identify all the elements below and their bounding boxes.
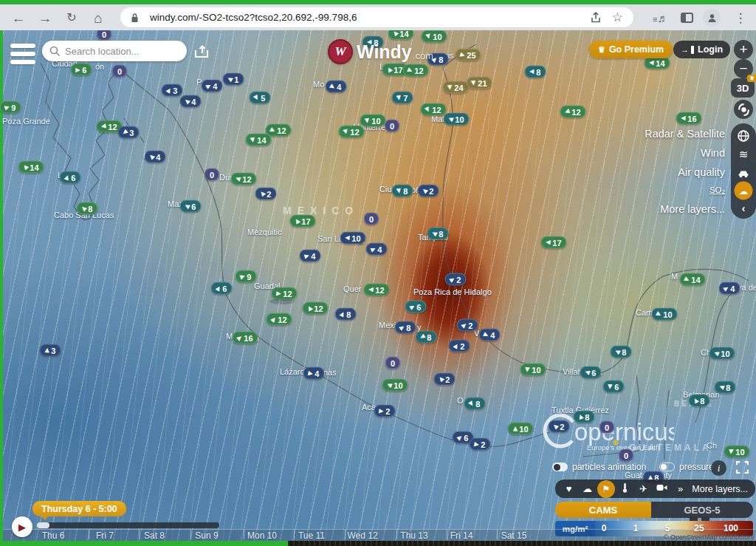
wind-badge[interactable]: ▶10 — [360, 115, 385, 127]
wind-badge[interactable]: ▶8 — [574, 411, 595, 423]
wind-badge[interactable]: 0 — [385, 120, 399, 132]
collapse-layers-chevron-icon[interactable]: ‹ — [742, 202, 746, 214]
wind-badge[interactable]: ▶2 — [374, 405, 396, 417]
wind-badge[interactable]: ▶5 — [250, 92, 271, 104]
timeline-day-label[interactable]: Wed 12 — [347, 530, 377, 541]
wind-badge[interactable]: ▶10 — [651, 308, 677, 321]
airplane-icon[interactable]: ✈ — [634, 483, 653, 494]
timeline-day-row[interactable]: Thu 6Fri 7Sat 8Sun 9Mon 10Tue 11Wed 12Th… — [3, 529, 756, 541]
heart-icon[interactable]: ♥ — [560, 483, 578, 494]
layer-label[interactable]: Wind — [701, 147, 725, 159]
wind-badge[interactable]: ▶21 — [466, 77, 492, 89]
timeline-progress-bar[interactable] — [37, 522, 219, 528]
wind-badge[interactable]: ▶8 — [525, 66, 546, 78]
wind-badge[interactable]: ▶4 — [326, 81, 347, 93]
search-input[interactable] — [65, 46, 176, 57]
timeline-day-label[interactable]: Thu 6 — [42, 530, 65, 541]
wind-badge[interactable]: ▶4 — [366, 243, 388, 256]
weather-icon[interactable]: ☁ — [578, 483, 597, 494]
more-layers-link[interactable]: More layers... — [692, 484, 748, 494]
reload-icon[interactable]: ↻ — [66, 12, 76, 24]
login-button[interactable]: → Login — [673, 41, 730, 58]
wind-badge[interactable]: ▶2 — [449, 340, 470, 352]
wind-badge[interactable]: ▶10 — [724, 446, 749, 458]
wind-badge[interactable]: ▶6 — [71, 64, 92, 76]
wind-badge[interactable]: ▶2 — [470, 438, 491, 451]
timeline-day-label[interactable]: Fri 14 — [450, 530, 473, 541]
wind-badge[interactable]: ▶8 — [392, 185, 413, 197]
wind-badge[interactable]: ▶6 — [180, 200, 202, 213]
wind-badge[interactable]: ▶4 — [180, 95, 202, 108]
hurricane-tracker-button[interactable] — [734, 100, 753, 119]
wind-badge[interactable]: ▶3 — [40, 344, 61, 357]
wind-badge[interactable]: ▶6 — [405, 301, 427, 313]
wind-badge[interactable]: ▶14 — [245, 134, 271, 146]
wind-badge[interactable]: ▶8 — [464, 397, 486, 410]
current-time-badge[interactable]: Thursday 6 - 5:00 — [32, 501, 126, 516]
go-premium-button[interactable]: ♛ Go Premium — [589, 41, 673, 58]
wind-badge[interactable]: ▶10 — [340, 232, 365, 245]
wind-badge[interactable]: ▶14 — [679, 273, 705, 286]
3d-mode-button[interactable]: 3D ♛ — [731, 78, 755, 98]
wind-badge[interactable]: ▶4 — [300, 250, 321, 262]
wind-badge[interactable]: ▶12 — [266, 313, 292, 326]
layer-label[interactable]: More layers... — [660, 203, 725, 215]
wind-badge[interactable]: ▶2 — [434, 373, 456, 386]
wind-badge[interactable]: ▶8 — [611, 346, 632, 358]
wind-badge[interactable]: 0 — [619, 449, 633, 462]
wind-badge[interactable]: ▶12 — [402, 64, 428, 77]
wind-badge[interactable]: 0 — [385, 357, 400, 369]
windsock-flag-icon-active[interactable]: ⚑ — [597, 480, 615, 498]
wind-badge[interactable]: ▶6 — [211, 282, 233, 295]
side-panel-icon[interactable] — [681, 13, 693, 23]
layer-label[interactable]: SO₂ — [709, 185, 725, 194]
wind-badge[interactable]: 0 — [112, 65, 127, 78]
wind-badge[interactable]: ▶4 — [479, 329, 501, 341]
thermometer-icon[interactable] — [616, 482, 634, 495]
wind-badge[interactable]: ▶4 — [145, 151, 166, 163]
model-tab-cams[interactable]: CAMS — [555, 502, 651, 518]
play-button[interactable]: ▶ — [12, 516, 32, 537]
url-text[interactable]: windy.com/-SO2-tcso2?tcso2,20.692,-99.79… — [150, 12, 590, 23]
wind-badge[interactable]: ▶6 — [580, 366, 602, 379]
wind-badge[interactable]: ▶24 — [442, 81, 468, 94]
timeline-day-label[interactable]: Sat 15 — [501, 530, 527, 541]
webcam-icon[interactable] — [653, 483, 671, 494]
info-button[interactable]: i — [711, 460, 726, 476]
wind-badge[interactable]: ▶17 — [540, 236, 566, 249]
windy-logo[interactable]: W Windy .com — [328, 39, 433, 64]
media-control-icon[interactable]: ≡♬ — [653, 12, 668, 24]
wind-badge[interactable]: ▶4 — [719, 282, 740, 295]
timeline-day-label[interactable]: Thu 13 — [400, 530, 427, 541]
search-box[interactable] — [42, 41, 187, 61]
fullscreen-icon[interactable] — [736, 461, 749, 474]
share-icon[interactable] — [590, 12, 602, 24]
wind-badge[interactable]: ▶2 — [549, 420, 570, 433]
wind-badge[interactable]: ▶4 — [303, 367, 325, 380]
wind-badge[interactable]: ▶2 — [255, 188, 277, 200]
wind-badge[interactable]: ▶12 — [560, 106, 585, 118]
wind-badge[interactable]: ▶9 — [0, 101, 21, 114]
model-tab-geos5[interactable]: GEOS-5 — [651, 502, 753, 518]
wind-badge[interactable]: ▶25 — [455, 49, 481, 61]
wind-badge[interactable]: ▶2 — [457, 319, 478, 332]
share-location-icon[interactable] — [193, 44, 210, 59]
zoom-in-button[interactable]: + — [734, 40, 753, 59]
wind-badge[interactable]: ▶6 — [60, 171, 81, 184]
wind-badge[interactable]: ▶14 — [644, 57, 670, 69]
particles-animation-toggle[interactable] — [552, 463, 568, 471]
wind-badge[interactable]: ▶8 — [77, 202, 98, 215]
wind-badge[interactable]: ▶16 — [232, 332, 258, 344]
wind-badge[interactable]: ▶8 — [689, 395, 710, 407]
wind-badge[interactable]: 0 — [599, 421, 614, 434]
timeline-day-label[interactable]: Sun 9 — [195, 530, 218, 541]
main-menu-button[interactable] — [10, 44, 35, 64]
back-icon[interactable]: ← — [12, 11, 26, 25]
timeline-day-label[interactable]: Mon 10 — [247, 530, 277, 541]
so2-layer-button-active[interactable]: ☁ — [735, 182, 753, 200]
pressure-toggle[interactable] — [659, 463, 675, 471]
wind-badge[interactable]: ▶3 — [118, 126, 140, 139]
wind-badge[interactable]: ▶2 — [445, 273, 467, 286]
osm-attribution[interactable]: © OpenStreetMap contributors — [664, 533, 754, 541]
wind-badge[interactable]: 0 — [364, 213, 379, 225]
